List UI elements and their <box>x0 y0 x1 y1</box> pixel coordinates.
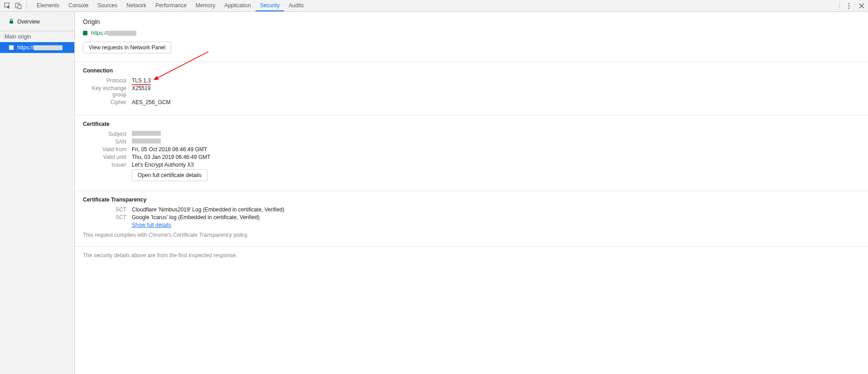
redacted-subject <box>132 131 161 136</box>
main-area: Overview Main origin https:// Origin htt… <box>0 12 868 374</box>
protocol-value-highlighted: TLS 1.3 <box>132 77 151 85</box>
kv-key: Subject <box>83 131 132 137</box>
kv-key: Valid from <box>83 146 132 153</box>
sidebar-origin-label: https:// <box>17 44 63 51</box>
kv-key: Valid until <box>83 154 132 160</box>
ct-row-0: SCT Cloudflare 'Nimbus2019' Log (Embedde… <box>83 206 860 213</box>
certificate-row-issuer: Issuer Let's Encrypt Authority X3 <box>83 162 860 168</box>
toolbar-right <box>839 0 865 11</box>
sidebar-overview[interactable]: Overview <box>0 16 74 27</box>
svg-point-3 <box>849 3 850 4</box>
security-content: Origin https:// View requests in Network… <box>75 12 868 374</box>
kv-key: Issuer <box>83 162 132 168</box>
ct-show-full-row: Show full details <box>83 222 860 228</box>
tab-audits[interactable]: Audits <box>284 0 308 11</box>
show-full-details-link[interactable]: Show full details <box>132 222 171 228</box>
connection-row-kex: Key exchange group X25519 <box>83 85 860 98</box>
kv-value: AES_256_GCM <box>132 99 170 105</box>
certificate-row-san: SAN <box>83 139 860 145</box>
tab-console[interactable]: Console <box>64 0 93 11</box>
open-certificate-details-button[interactable]: Open full certificate details <box>132 169 207 181</box>
redacted-san <box>132 139 161 144</box>
origin-url: https:// <box>91 30 136 36</box>
ct-row-1: SCT Google 'Icarus' log (Embedded in cer… <box>83 214 860 221</box>
kv-value <box>132 131 161 137</box>
connection-heading: Connection <box>83 67 860 74</box>
origin-section: Origin https:// View requests in Network… <box>75 12 868 62</box>
kv-value: X25519 <box>132 85 150 98</box>
kv-key: Protocol <box>83 77 132 84</box>
tab-sources[interactable]: Sources <box>93 0 122 11</box>
svg-rect-6 <box>10 21 13 24</box>
sidebar-main-origin-header: Main origin <box>0 31 74 42</box>
kv-value: TLS 1.3 <box>132 77 151 84</box>
svg-rect-2 <box>18 5 21 9</box>
kv-key: SAN <box>83 139 132 145</box>
tab-elements[interactable]: Elements <box>32 0 64 11</box>
kv-value: Fri, 05 Oct 2018 06:46:49 GMT <box>132 146 207 153</box>
origin-heading: Origin <box>83 18 860 25</box>
connection-section: Connection Protocol TLS 1.3 Key exchange… <box>75 62 868 115</box>
sidebar-overview-label: Overview <box>17 19 40 25</box>
secure-indicator-icon <box>9 45 14 50</box>
lock-icon <box>9 19 14 25</box>
kv-value: Google 'Icarus' log (Embedded in certifi… <box>132 214 260 221</box>
ct-compliance-note: This request complies with Chrome's Cert… <box>83 232 860 238</box>
kv-value <box>132 139 161 145</box>
view-requests-button[interactable]: View requests in Network Panel <box>83 42 171 53</box>
toolbar-left-icons <box>4 2 27 10</box>
certificate-open-details-row: Open full certificate details <box>83 169 860 181</box>
certificate-row-subject: Subject <box>83 131 860 137</box>
toolbar-divider <box>839 2 840 10</box>
tab-memory[interactable]: Memory <box>191 0 220 11</box>
kv-value: Let's Encrypt Authority X3 <box>132 162 194 168</box>
connection-row-cipher: Cipher AES_256_GCM <box>83 99 860 105</box>
footer-note: The security details above are from the … <box>83 252 860 259</box>
device-toggle-icon[interactable] <box>14 2 22 10</box>
kv-key: SCT <box>83 214 132 221</box>
tab-network[interactable]: Network <box>122 0 151 11</box>
inspect-element-icon[interactable] <box>4 2 11 10</box>
kv-key: SCT <box>83 206 132 213</box>
tab-application[interactable]: Application <box>220 0 256 11</box>
certificate-heading: Certificate <box>83 121 860 127</box>
kv-key: Key exchange group <box>83 85 132 98</box>
certificate-row-valid-until: Valid until Thu, 03 Jan 2019 06:46:49 GM… <box>83 154 860 160</box>
origin-url-line: https:// <box>83 30 860 36</box>
close-icon[interactable] <box>858 2 865 10</box>
certificate-section: Certificate Subject SAN Valid from Fri, … <box>75 115 868 191</box>
devtools-toolbar: Elements Console Sources Network Perform… <box>0 0 868 12</box>
footer-section: The security details above are from the … <box>75 247 868 267</box>
ct-heading: Certificate Transparency <box>83 197 860 203</box>
security-sidebar: Overview Main origin https:// <box>0 12 75 374</box>
redacted-origin <box>107 31 136 36</box>
redacted-origin <box>34 45 63 50</box>
tab-security[interactable]: Security <box>256 0 284 11</box>
tab-performance[interactable]: Performance <box>151 0 191 11</box>
certificate-row-valid-from: Valid from Fri, 05 Oct 2018 06:46:49 GMT <box>83 146 860 153</box>
kv-value: Thu, 03 Jan 2019 06:46:49 GMT <box>132 154 210 160</box>
ct-section: Certificate Transparency SCT Cloudflare … <box>75 191 868 247</box>
secure-indicator-icon <box>83 31 87 35</box>
svg-point-5 <box>849 7 850 9</box>
svg-point-4 <box>849 5 850 6</box>
sidebar-origin-item[interactable]: https:// <box>0 42 74 53</box>
kebab-menu-icon[interactable] <box>845 2 853 10</box>
devtools-tabs: Elements Console Sources Network Perform… <box>32 0 309 11</box>
kv-value: Cloudflare 'Nimbus2019' Log (Embedded in… <box>132 206 285 213</box>
kv-key: Cipher <box>83 99 132 105</box>
connection-row-protocol: Protocol TLS 1.3 <box>83 77 860 84</box>
